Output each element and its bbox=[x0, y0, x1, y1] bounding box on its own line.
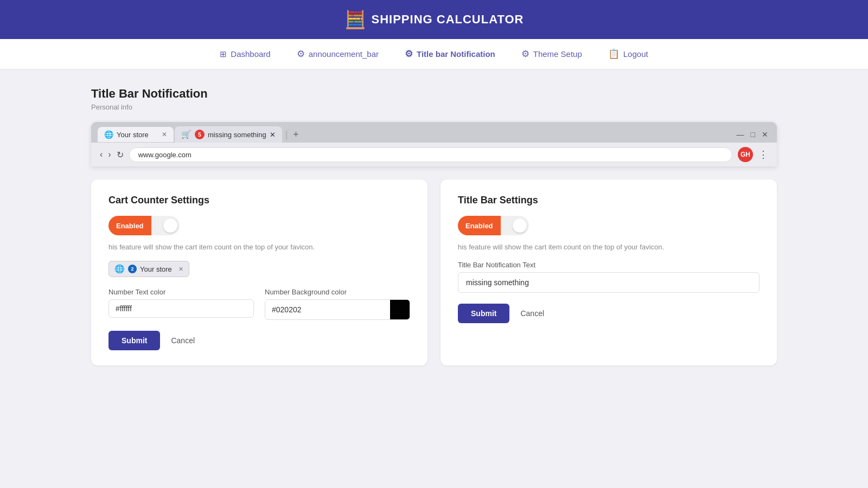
title-bar-cancel-btn[interactable]: Cancel bbox=[516, 304, 548, 323]
title-bar-toggle-row: Enabled bbox=[458, 216, 760, 235]
tab-separator: | bbox=[285, 129, 288, 140]
tab-missing-label: missing something bbox=[208, 131, 266, 139]
user-avatar[interactable]: GH bbox=[738, 147, 753, 162]
cart-submit-btn[interactable]: Submit bbox=[108, 331, 160, 350]
cart-counter-title: Cart Counter Settings bbox=[108, 195, 410, 206]
nav-announcement-bar[interactable]: ⚙ announcement_bar bbox=[297, 48, 379, 60]
title-bar-btn-row: Submit Cancel bbox=[458, 304, 760, 323]
tab-close-your-store[interactable]: ✕ bbox=[162, 131, 167, 138]
browser-tabs: 🌐 Your store ✕ 🛒 5 missing something ✕ |… bbox=[91, 122, 777, 143]
nav-logout[interactable]: 📋 Logout bbox=[608, 48, 648, 60]
maximize-btn[interactable]: □ bbox=[751, 130, 755, 139]
window-controls: — □ ✕ bbox=[737, 130, 770, 139]
bg-color-group: Number Background color bbox=[265, 288, 410, 320]
back-btn[interactable]: ‹ bbox=[100, 150, 103, 159]
brand-icon: 🧮 bbox=[344, 9, 366, 30]
nav-dashboard[interactable]: ⊞ Dashboard bbox=[220, 49, 270, 59]
more-btn[interactable]: ⋮ bbox=[758, 149, 768, 160]
notification-text-label: Title Bar Notification Text bbox=[458, 261, 760, 269]
text-color-group: Number Text color bbox=[108, 288, 254, 320]
brand-text: Shipping Calculator bbox=[372, 12, 524, 27]
toggle-knob bbox=[163, 219, 177, 233]
text-color-input[interactable] bbox=[108, 299, 254, 318]
secondary-nav: ⊞ Dashboard ⚙ announcement_bar ⚙ Title b… bbox=[0, 39, 868, 69]
new-tab-btn[interactable]: + bbox=[293, 129, 299, 140]
brand: 🧮 Shipping Calculator bbox=[344, 9, 524, 30]
store-tab-close[interactable]: ✕ bbox=[178, 266, 183, 273]
doc-icon: 📋 bbox=[608, 48, 620, 60]
cart-counter-toggle-row: Enabled bbox=[108, 216, 410, 235]
browser-tab-notification[interactable]: 🛒 5 missing something ✕ bbox=[175, 126, 282, 143]
cart-counter-toggle[interactable] bbox=[151, 216, 180, 235]
page-subtitle: Personal info bbox=[91, 103, 777, 111]
nav-theme-setup[interactable]: ⚙ Theme Setup bbox=[521, 48, 582, 60]
store-tab-preview: 🌐 2 Your store ✕ bbox=[108, 261, 189, 277]
page-title: Title Bar Notification bbox=[91, 87, 777, 101]
nav-title-bar-notification[interactable]: ⚙ Title bar Notification bbox=[405, 48, 495, 60]
reload-btn[interactable]: ↻ bbox=[117, 150, 124, 160]
browser-tab-your-store[interactable]: 🌐 Your store ✕ bbox=[98, 127, 174, 142]
cart-cancel-btn[interactable]: Cancel bbox=[167, 331, 199, 350]
title-bar-desc: his feature will show the cart item coun… bbox=[458, 243, 760, 251]
color-swatch[interactable] bbox=[390, 300, 410, 319]
notification-badge: 5 bbox=[195, 130, 205, 139]
notification-favicon: 🛒 bbox=[181, 130, 192, 139]
tab-your-store-label: Your store bbox=[117, 131, 149, 139]
google-favicon: 🌐 bbox=[104, 130, 113, 139]
gear-icon-announcement: ⚙ bbox=[297, 48, 305, 60]
browser-mockup: 🌐 Your store ✕ 🛒 5 missing something ✕ |… bbox=[91, 122, 777, 166]
title-bar-card: Title Bar Settings Enabled his feature w… bbox=[441, 179, 777, 365]
gear-icon-titlebar: ⚙ bbox=[405, 48, 413, 60]
cart-counter-card: Cart Counter Settings Enabled his featur… bbox=[91, 179, 427, 365]
forward-btn[interactable]: › bbox=[108, 150, 111, 159]
store-badge: 2 bbox=[128, 265, 137, 273]
title-bar-toggle-knob bbox=[513, 219, 527, 233]
settings-row: Cart Counter Settings Enabled his featur… bbox=[91, 179, 777, 365]
close-btn[interactable]: ✕ bbox=[762, 130, 768, 139]
color-form-row: Number Text color Number Background colo… bbox=[108, 288, 410, 320]
title-bar-title: Title Bar Settings bbox=[458, 195, 760, 206]
title-bar-enabled-label: Enabled bbox=[458, 216, 501, 235]
bg-color-wrapper bbox=[265, 299, 410, 320]
cart-btn-row: Submit Cancel bbox=[108, 331, 410, 350]
store-favicon: 🌐 bbox=[114, 264, 125, 274]
page-content: Title Bar Notification Personal info 🌐 Y… bbox=[65, 69, 803, 383]
cart-counter-desc: his feature will show the cart item coun… bbox=[108, 243, 410, 251]
bg-color-label: Number Background color bbox=[265, 288, 410, 296]
top-bar: 🧮 Shipping Calculator bbox=[0, 0, 868, 39]
notification-text-input[interactable] bbox=[458, 272, 760, 293]
gear-icon-theme: ⚙ bbox=[521, 48, 529, 60]
title-bar-toggle[interactable] bbox=[501, 216, 529, 235]
store-tab-label: Your store bbox=[140, 265, 172, 273]
browser-addressbar: ‹ › ↻ GH ⋮ bbox=[91, 143, 777, 166]
tab-close-notification[interactable]: ✕ bbox=[270, 131, 276, 139]
text-color-label: Number Text color bbox=[108, 288, 254, 296]
cart-counter-enabled-label: Enabled bbox=[108, 216, 151, 235]
grid-icon: ⊞ bbox=[220, 49, 227, 59]
title-bar-submit-btn[interactable]: Submit bbox=[458, 304, 509, 323]
address-bar[interactable] bbox=[129, 147, 732, 162]
minimize-btn[interactable]: — bbox=[737, 130, 744, 139]
bg-color-input[interactable] bbox=[265, 301, 390, 318]
